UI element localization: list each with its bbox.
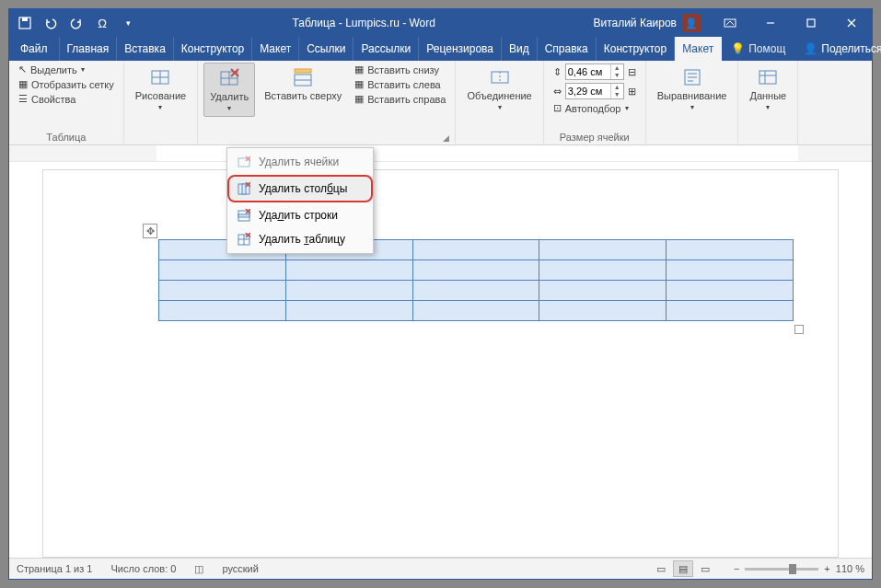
view-gridlines-button[interactable]: ▦Отобразить сетку xyxy=(15,77,118,91)
tab-design[interactable]: Конструктор xyxy=(174,37,252,61)
zoom-in-button[interactable]: + xyxy=(824,563,829,574)
delete-table-icon xyxy=(237,232,251,247)
table-resize-handle[interactable] xyxy=(794,325,804,334)
delete-cells-icon xyxy=(237,155,251,169)
insert-right-button[interactable]: ▦Вставить справа xyxy=(351,92,449,106)
distribute-cols-icon[interactable]: ⊞ xyxy=(628,86,636,98)
properties-icon: ☰ xyxy=(18,93,28,105)
window-title: Таблица - Lumpics.ru - Word xyxy=(144,17,584,29)
close-button[interactable] xyxy=(831,9,872,37)
width-input[interactable]: ▲▼ xyxy=(565,83,624,99)
avatar: 👤 xyxy=(682,14,701,32)
user-account[interactable]: Виталий Каиров 👤 xyxy=(584,14,710,32)
tab-review[interactable]: Рецензирова xyxy=(419,37,502,61)
merge-icon xyxy=(489,66,511,88)
spin-down-icon[interactable]: ▼ xyxy=(610,91,623,98)
insert-below-button[interactable]: ▦Вставить снизу xyxy=(351,63,449,76)
select-button[interactable]: ↖Выделить ▾ xyxy=(15,63,118,76)
tab-layout[interactable]: Макет xyxy=(252,37,299,61)
svg-rect-1 xyxy=(22,17,28,21)
delete-columns-item[interactable]: Удалить столбцы xyxy=(227,175,373,202)
web-layout-icon[interactable]: ▭ xyxy=(695,560,715,577)
delete-table-item[interactable]: Удалить таблицу xyxy=(227,227,373,251)
svg-rect-35 xyxy=(238,214,249,217)
save-icon[interactable] xyxy=(17,15,33,31)
delete-table-label: Удалить таблицу xyxy=(259,233,345,246)
view-buttons: ▭ ▤ ▭ xyxy=(651,560,715,577)
title-bar: Ω ▾ Таблица - Lumpics.ru - Word Виталий … xyxy=(9,9,872,37)
tab-table-design[interactable]: Конструктор xyxy=(597,37,675,61)
tab-view[interactable]: Вид xyxy=(502,37,538,61)
autofit-icon: ⊡ xyxy=(553,102,562,114)
status-bar: Страница 1 из 1 Число слов: 0 ◫ русский … xyxy=(9,558,872,579)
ruler-horizontal[interactable] xyxy=(9,145,872,162)
document-area[interactable]: ✥ xyxy=(9,162,872,558)
lightbulb-icon: 💡 xyxy=(731,42,745,55)
merge-button[interactable]: Объединение ▾ xyxy=(461,63,537,115)
spin-up-icon[interactable]: ▲ xyxy=(610,84,623,91)
insert-above-button[interactable]: Вставить сверху xyxy=(259,63,347,105)
tab-insert[interactable]: Вставка xyxy=(117,37,174,61)
delete-table-icon xyxy=(218,67,240,89)
group-label-cellsize: Размер ячейки xyxy=(550,130,640,144)
status-page[interactable]: Страница 1 из 1 xyxy=(17,563,92,574)
status-language[interactable]: русский xyxy=(222,563,258,574)
spin-down-icon[interactable]: ▼ xyxy=(610,72,623,79)
table-row xyxy=(159,260,794,281)
tab-help[interactable]: Справка xyxy=(538,37,597,61)
ribbon-options-icon[interactable] xyxy=(710,9,750,37)
page: ✥ xyxy=(42,169,839,558)
height-input[interactable]: ▲▼ xyxy=(565,63,624,80)
tab-home[interactable]: Главная xyxy=(60,37,118,61)
spin-up-icon[interactable]: ▲ xyxy=(610,64,623,72)
undo-icon[interactable] xyxy=(42,15,59,31)
delete-columns-label: Удалить столбцы xyxy=(259,182,347,195)
quick-access-toolbar: Ω ▾ xyxy=(9,15,144,31)
cursor-icon: ↖ xyxy=(18,63,27,75)
delete-rows-item[interactable]: Удалить строки xyxy=(227,203,373,227)
status-words[interactable]: Число слов: 0 xyxy=(110,563,176,574)
tab-file[interactable]: Файл xyxy=(9,37,60,61)
draw-button[interactable]: Рисование ▾ xyxy=(130,63,191,115)
tab-references[interactable]: Ссылки xyxy=(299,37,354,61)
person-icon: 👤 xyxy=(804,42,817,55)
insert-left-icon: ▦ xyxy=(354,78,364,90)
zoom-value[interactable]: 110 % xyxy=(836,563,864,574)
tab-mailings[interactable]: Рассылки xyxy=(354,37,419,61)
autofit-button[interactable]: ⊡Автоподбор ▾ xyxy=(550,101,640,115)
delete-cells-item[interactable]: Удалить ячейки xyxy=(227,150,373,174)
data-button[interactable]: Данные ▾ xyxy=(744,63,792,115)
omega-icon[interactable]: Ω xyxy=(94,15,110,31)
properties-button[interactable]: ☰Свойства xyxy=(15,92,118,106)
tab-table-layout[interactable]: Макет xyxy=(675,37,722,61)
distribute-rows-icon[interactable]: ⊟ xyxy=(628,66,636,78)
status-proofing-icon[interactable]: ◫ xyxy=(194,563,203,575)
grid-icon: ▦ xyxy=(18,78,28,90)
share-button[interactable]: 👤 Поделиться xyxy=(794,37,881,61)
svg-rect-4 xyxy=(807,19,815,27)
insert-left-button[interactable]: ▦Вставить слева xyxy=(351,77,449,91)
zoom-slider[interactable] xyxy=(745,568,818,571)
svg-rect-17 xyxy=(295,69,311,73)
delete-rows-icon xyxy=(237,208,251,223)
redo-icon[interactable] xyxy=(68,15,85,31)
alignment-button[interactable]: Выравнивание ▾ xyxy=(652,63,733,115)
read-mode-icon[interactable]: ▭ xyxy=(651,560,671,577)
zoom-out-button[interactable]: − xyxy=(734,563,739,574)
dialog-launcher-icon[interactable]: ◢ xyxy=(443,133,449,143)
table-move-handle[interactable]: ✥ xyxy=(143,224,157,238)
svg-rect-2 xyxy=(725,19,736,27)
delete-columns-icon xyxy=(237,181,251,196)
tell-me[interactable]: 💡 Помощ xyxy=(722,37,794,61)
svg-rect-31 xyxy=(242,184,246,194)
delete-rows-label: Удалить строки xyxy=(259,209,338,222)
ribbon: ↖Выделить ▾ ▦Отобразить сетку ☰Свойства … xyxy=(9,61,872,145)
insert-above-icon xyxy=(292,66,314,88)
group-label-table: Таблица xyxy=(15,130,118,144)
maximize-button[interactable] xyxy=(791,9,831,37)
minimize-button[interactable] xyxy=(750,9,791,37)
qat-more-icon[interactable]: ▾ xyxy=(120,15,136,31)
print-layout-icon[interactable]: ▤ xyxy=(673,560,693,577)
delete-button[interactable]: Удалить ▾ xyxy=(203,63,255,117)
align-icon xyxy=(681,66,703,88)
